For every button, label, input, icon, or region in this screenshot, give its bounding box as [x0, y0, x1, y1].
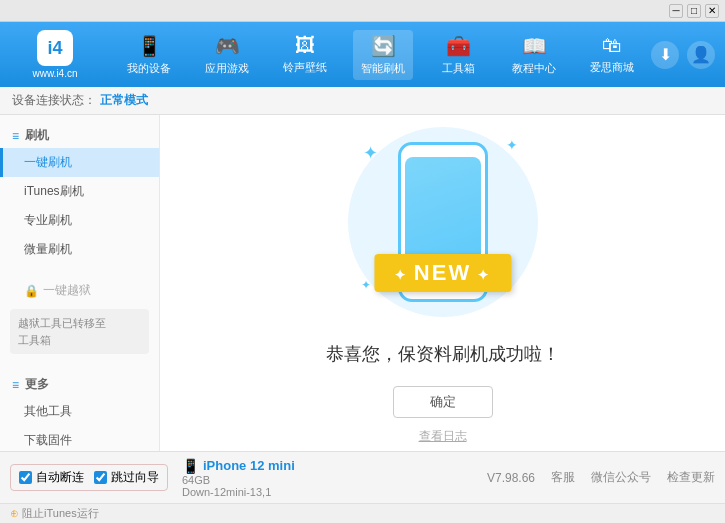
version-text: V7.98.66: [487, 471, 535, 485]
jailbreak-label: 一键越狱: [43, 282, 91, 299]
body-area: ≡ 刷机 一键刷机 iTunes刷机 专业刷机 微量刷机 🔒 一键越狱 越狱工具…: [0, 115, 725, 451]
support-link[interactable]: 客服: [551, 469, 575, 486]
new-banner: NEW: [374, 254, 511, 292]
nav-smart-flash-label: 智能刷机: [361, 61, 405, 76]
status-bar: 设备连接状态： 正常模式: [0, 87, 725, 115]
apps-icon: 🎮: [215, 34, 240, 58]
nav-items: 📱 我的设备 🎮 应用游戏 🖼 铃声壁纸 🔄 智能刷机 🧰 工具箱 📖: [110, 30, 651, 80]
check-update-link[interactable]: 检查更新: [667, 469, 715, 486]
bottom-checkboxes: 自动断连 跳过向导: [10, 464, 168, 491]
download-icon: ⬇: [659, 45, 672, 64]
status-value: 正常模式: [100, 92, 148, 109]
nav-toolbox[interactable]: 🧰 工具箱: [431, 30, 486, 80]
status-label: 设备连接状态：: [12, 92, 96, 109]
sidebar: ≡ 刷机 一键刷机 iTunes刷机 专业刷机 微量刷机 🔒 一键越狱 越狱工具…: [0, 115, 160, 451]
header-right: ⬇ 👤: [651, 41, 715, 69]
device-storage: 64GB: [182, 474, 295, 486]
more-section-title: ≡ 更多: [0, 370, 159, 397]
bottom-bar: 自动断连 跳过向导 📱 iPhone 12 mini 64GB Down-12m…: [0, 451, 725, 503]
lock-icon: 🔒: [24, 284, 39, 298]
flash-section-label: 刷机: [25, 127, 49, 144]
sidebar-itunes-flash[interactable]: iTunes刷机: [0, 177, 159, 206]
tutorial-icon: 📖: [522, 34, 547, 58]
sparkle-top-left: ✦: [363, 142, 378, 164]
logo-char: i4: [47, 38, 62, 59]
sidebar-pro-flash[interactable]: 专业刷机: [0, 206, 159, 235]
more-section-label: 更多: [25, 376, 49, 393]
auto-disconnect-checkbox[interactable]: 自动断连: [19, 469, 84, 486]
header: i4 www.i4.cn 📱 我的设备 🎮 应用游戏 🖼 铃声壁纸 🔄 智能刷机: [0, 22, 725, 87]
skip-wizard-input[interactable]: [94, 471, 107, 484]
nav-store[interactable]: 🛍 爱思商城: [582, 30, 642, 79]
nav-my-device[interactable]: 📱 我的设备: [119, 30, 179, 80]
my-device-icon: 📱: [137, 34, 162, 58]
confirm-button[interactable]: 确定: [393, 386, 493, 418]
nav-my-device-label: 我的设备: [127, 61, 171, 76]
maximize-button[interactable]: □: [687, 4, 701, 18]
logo-icon: i4: [37, 30, 73, 66]
close-button[interactable]: ✕: [705, 4, 719, 18]
device-os: Down-12mini-13,1: [182, 486, 295, 498]
flash-section-icon: ≡: [12, 129, 19, 143]
more-section-icon: ≡: [12, 378, 19, 392]
jailbreak-section: 🔒 一键越狱: [0, 276, 159, 305]
one-key-flash-label: 一键刷机: [24, 155, 72, 169]
main-content: ✦ ✦ ✦ NEW 恭喜您，保资料刷机成功啦！ 确定 查看日志: [160, 115, 725, 451]
sidebar-download-firmware[interactable]: 下载固件: [0, 426, 159, 451]
device-name: iPhone 12 mini: [203, 458, 295, 473]
itunes-status-text: 阻止iTunes运行: [10, 506, 99, 521]
device-info: 📱 iPhone 12 mini 64GB Down-12mini-13,1: [182, 458, 295, 498]
download-button[interactable]: ⬇: [651, 41, 679, 69]
logo-area: i4 www.i4.cn: [10, 30, 100, 79]
nav-apps-label: 应用游戏: [205, 61, 249, 76]
logo-text: www.i4.cn: [32, 68, 77, 79]
sidebar-one-key-flash[interactable]: 一键刷机: [0, 148, 159, 177]
jailbreak-notice: 越狱工具已转移至工具箱: [10, 309, 149, 354]
titlebar: ─ □ ✕: [0, 0, 725, 22]
pro-flash-label: 专业刷机: [24, 213, 72, 227]
sparkle-top-right: ✦: [506, 137, 518, 153]
success-text: 恭喜您，保资料刷机成功啦！: [326, 342, 560, 366]
itunes-status-bar: 阻止iTunes运行: [0, 503, 725, 523]
minimize-button[interactable]: ─: [669, 4, 683, 18]
nav-tutorial[interactable]: 📖 教程中心: [504, 30, 564, 80]
toolbox-icon: 🧰: [446, 34, 471, 58]
bottom-right: V7.98.66 客服 微信公众号 检查更新: [487, 469, 715, 486]
itunes-flash-label: iTunes刷机: [24, 184, 84, 198]
micro-flash-label: 微量刷机: [24, 242, 72, 256]
nav-wallpaper-label: 铃声壁纸: [283, 60, 327, 75]
download-firmware-label: 下载固件: [24, 433, 72, 447]
skip-wizard-checkbox[interactable]: 跳过向导: [94, 469, 159, 486]
user-button[interactable]: 👤: [687, 41, 715, 69]
nav-smart-flash[interactable]: 🔄 智能刷机: [353, 30, 413, 80]
wechat-link[interactable]: 微信公众号: [591, 469, 651, 486]
success-illustration: ✦ ✦ ✦ NEW: [343, 122, 543, 322]
auto-disconnect-input[interactable]: [19, 471, 32, 484]
nav-wallpaper[interactable]: 🖼 铃声壁纸: [275, 30, 335, 79]
smart-flash-icon: 🔄: [371, 34, 396, 58]
sparkle-bottom-left: ✦: [361, 278, 371, 292]
nav-apps[interactable]: 🎮 应用游戏: [197, 30, 257, 80]
store-icon: 🛍: [602, 34, 622, 57]
log-link[interactable]: 查看日志: [419, 428, 467, 445]
skip-wizard-label: 跳过向导: [111, 469, 159, 486]
auto-disconnect-label: 自动断连: [36, 469, 84, 486]
sidebar-micro-flash[interactable]: 微量刷机: [0, 235, 159, 264]
nav-store-label: 爱思商城: [590, 60, 634, 75]
nav-toolbox-label: 工具箱: [442, 61, 475, 76]
sidebar-other-tools[interactable]: 其他工具: [0, 397, 159, 426]
user-icon: 👤: [691, 45, 711, 64]
flash-section-title: ≡ 刷机: [0, 121, 159, 148]
nav-tutorial-label: 教程中心: [512, 61, 556, 76]
app-container: i4 www.i4.cn 📱 我的设备 🎮 应用游戏 🖼 铃声壁纸 🔄 智能刷机: [0, 22, 725, 523]
wallpaper-icon: 🖼: [295, 34, 315, 57]
phone-small-icon: 📱: [182, 458, 199, 474]
other-tools-label: 其他工具: [24, 404, 72, 418]
